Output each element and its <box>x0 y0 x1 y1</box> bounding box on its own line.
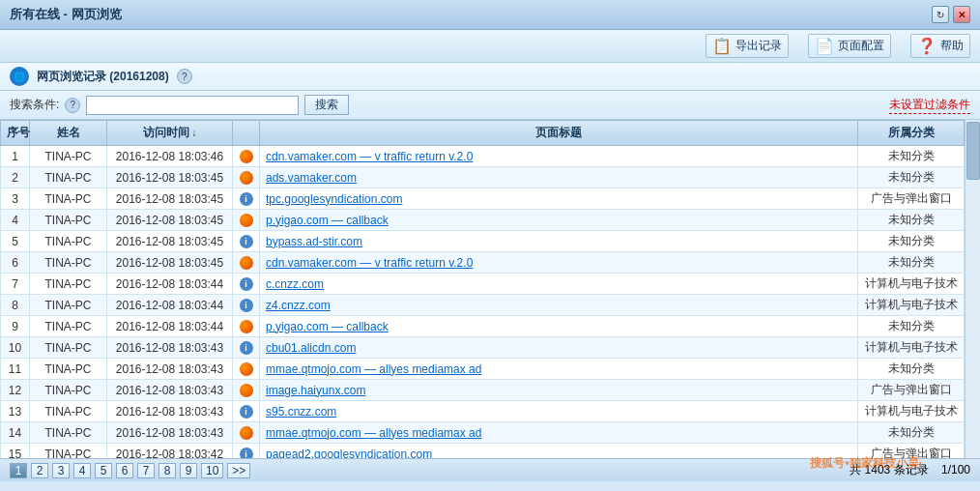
cell-time: 2016-12-08 18:03:44 <box>107 274 233 295</box>
cell-title[interactable]: z4.cnzz.com <box>260 295 858 316</box>
cell-title[interactable]: cdn.vamaker.com — v traffic return v.2.0 <box>260 252 858 274</box>
table-row[interactable]: 4 TINA-PC 2016-12-08 18:03:45 p.yigao.co… <box>1 210 965 231</box>
cell-category: 未知分类 <box>858 167 965 188</box>
cell-name: TINA-PC <box>30 401 107 422</box>
cell-name: TINA-PC <box>30 252 107 274</box>
page-config-icon: 📄 <box>815 37 834 55</box>
cell-title[interactable]: bypass.ad-stir.com <box>260 231 858 252</box>
cell-title[interactable]: cbu01.alicdn.com <box>260 337 858 359</box>
filter-button[interactable]: 未设置过滤条件 <box>889 97 970 114</box>
cell-title[interactable]: cdn.vamaker.com — v traffic return v.2.0 <box>260 146 858 167</box>
cell-title[interactable]: mmae.qtmojo.com — allyes mediamax ad <box>260 422 858 444</box>
cell-icon: i <box>233 337 260 359</box>
table-row[interactable]: 13 TINA-PC 2016-12-08 18:03:43 i s95.cnz… <box>1 401 965 422</box>
cell-icon <box>233 316 260 337</box>
search-bar: 搜索条件: ? 搜索 未设置过滤条件 <box>0 91 980 120</box>
page-nav-item[interactable]: 2 <box>31 463 48 478</box>
cell-category: 未知分类 <box>858 210 965 231</box>
page-nav-item[interactable]: 6 <box>116 463 133 478</box>
export-button[interactable]: 📋 导出记录 <box>706 34 789 58</box>
cell-category: 计算机与电子技术 <box>858 274 965 295</box>
cell-icon <box>233 167 260 188</box>
cell-title[interactable]: s95.cnzz.com <box>260 401 858 422</box>
sub-help-icon[interactable]: ? <box>177 69 192 84</box>
help-button[interactable]: ❓ 帮助 <box>910 34 970 58</box>
table-row[interactable]: 10 TINA-PC 2016-12-08 18:03:43 i cbu01.a… <box>1 337 965 359</box>
total-records: 共 1403 条记录 <box>850 463 928 477</box>
table-row[interactable]: 15 TINA-PC 2016-12-08 18:03:42 i pagead2… <box>1 444 965 459</box>
cell-num: 10 <box>1 337 30 359</box>
cell-time: 2016-12-08 18:03:43 <box>107 337 233 359</box>
cell-title[interactable]: image.haiyunx.com <box>260 380 858 401</box>
cell-time: 2016-12-08 18:03:43 <box>107 359 233 380</box>
cell-icon: i <box>233 401 260 422</box>
scrollbar[interactable] <box>965 120 980 458</box>
cell-num: 14 <box>1 422 30 444</box>
page-nav-item[interactable]: >> <box>227 463 250 478</box>
col-header-title: 页面标题 <box>260 121 858 146</box>
cell-category: 广告与弹出窗口 <box>858 188 965 210</box>
page-config-label: 页面配置 <box>838 38 884 54</box>
cell-num: 9 <box>1 316 30 337</box>
page-nav-item[interactable]: 5 <box>95 463 112 478</box>
cell-title[interactable]: p.yigao.com — callback <box>260 210 858 231</box>
table-row[interactable]: 7 TINA-PC 2016-12-08 18:03:44 i c.cnzz.c… <box>1 274 965 295</box>
cell-time: 2016-12-08 18:03:43 <box>107 422 233 444</box>
cell-title[interactable]: c.cnzz.com <box>260 274 858 295</box>
cell-category: 广告与弹出窗口 <box>858 444 965 459</box>
cell-icon: i <box>233 188 260 210</box>
col-header-time[interactable]: 访问时间 <box>107 121 233 146</box>
cell-icon: i <box>233 274 260 295</box>
table-row[interactable]: 6 TINA-PC 2016-12-08 18:03:45 cdn.vamake… <box>1 252 965 274</box>
refresh-button[interactable]: ↻ <box>932 6 949 23</box>
cell-time: 2016-12-08 18:03:42 <box>107 444 233 459</box>
cell-num: 3 <box>1 188 30 210</box>
cell-icon: i <box>233 231 260 252</box>
page-nav-item[interactable]: 10 <box>201 463 223 478</box>
title-bar-text: 所有在线 - 网页浏览 <box>10 6 122 23</box>
cell-name: TINA-PC <box>30 295 107 316</box>
table-row[interactable]: 11 TINA-PC 2016-12-08 18:03:43 mmae.qtmo… <box>1 359 965 380</box>
search-button[interactable]: 搜索 <box>304 95 349 115</box>
scrollbar-thumb[interactable] <box>966 122 980 180</box>
search-input[interactable] <box>86 96 299 115</box>
cell-num: 7 <box>1 274 30 295</box>
page-nav-item[interactable]: 8 <box>159 463 176 478</box>
page-config-button[interactable]: 📄 页面配置 <box>808 34 891 58</box>
cell-num: 1 <box>1 146 30 167</box>
cell-name: TINA-PC <box>30 380 107 401</box>
page-nav-item[interactable]: 7 <box>137 463 155 478</box>
col-header-name: 姓名 <box>30 121 107 146</box>
col-header-category: 所属分类 <box>858 121 965 146</box>
cell-num: 2 <box>1 167 30 188</box>
page-nav-item[interactable]: 9 <box>180 463 197 478</box>
page-nav-item[interactable]: 1 <box>10 463 27 478</box>
sub-header-title: 网页浏览记录 (20161208) <box>37 69 169 85</box>
cell-icon <box>233 210 260 231</box>
cell-num: 4 <box>1 210 30 231</box>
cell-title[interactable]: pagead2.googlesyndication.com <box>260 444 858 459</box>
cell-num: 13 <box>1 401 30 422</box>
cell-title[interactable]: mmae.qtmojo.com — allyes mediamax ad <box>260 359 858 380</box>
table-row[interactable]: 9 TINA-PC 2016-12-08 18:03:44 p.yigao.co… <box>1 316 965 337</box>
table-row[interactable]: 2 TINA-PC 2016-12-08 18:03:45 ads.vamake… <box>1 167 965 188</box>
cell-title[interactable]: tpc.googlesyndication.com <box>260 188 858 210</box>
title-bar: 所有在线 - 网页浏览 ↻ ✕ <box>0 0 980 30</box>
table-row[interactable]: 5 TINA-PC 2016-12-08 18:03:45 i bypass.a… <box>1 231 965 252</box>
search-help-icon[interactable]: ? <box>65 98 80 113</box>
col-header-num: 序号 <box>1 121 30 146</box>
table-row[interactable]: 12 TINA-PC 2016-12-08 18:03:43 image.hai… <box>1 380 965 401</box>
cell-icon <box>233 359 260 380</box>
table-wrapper[interactable]: 序号 姓名 访问时间 页面标题 所属分类 1 TINA-PC 2016-12-0… <box>0 120 965 458</box>
cell-title[interactable]: ads.vamaker.com <box>260 167 858 188</box>
table-row[interactable]: 8 TINA-PC 2016-12-08 18:03:44 i z4.cnzz.… <box>1 295 965 316</box>
table-row[interactable]: 3 TINA-PC 2016-12-08 18:03:45 i tpc.goog… <box>1 188 965 210</box>
page-nav-item[interactable]: 4 <box>73 463 91 478</box>
title-bar-buttons: ↻ ✕ <box>932 6 970 23</box>
search-label: 搜索条件: <box>10 97 59 113</box>
page-nav-item[interactable]: 3 <box>52 463 70 478</box>
close-button[interactable]: ✕ <box>953 6 970 23</box>
cell-title[interactable]: p.yigao.com — callback <box>260 316 858 337</box>
table-row[interactable]: 14 TINA-PC 2016-12-08 18:03:43 mmae.qtmo… <box>1 422 965 444</box>
table-row[interactable]: 1 TINA-PC 2016-12-08 18:03:46 cdn.vamake… <box>1 146 965 167</box>
